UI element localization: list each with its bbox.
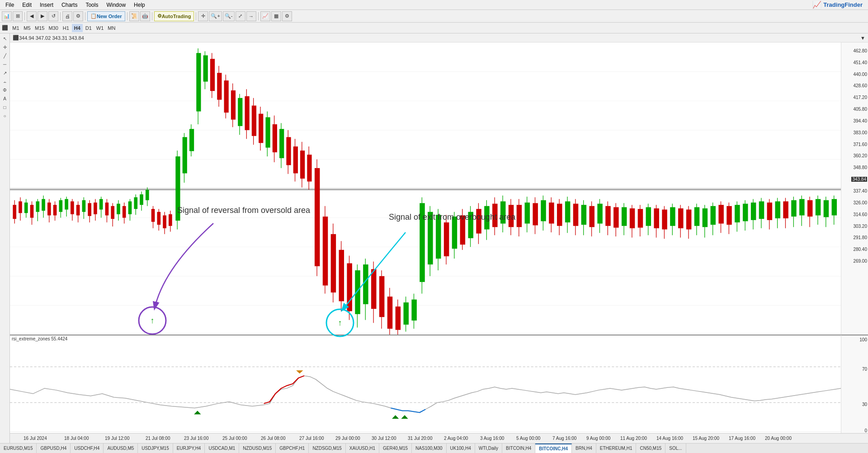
tab-nas100-m30[interactable]: NAS100,M30 <box>412 444 446 453</box>
symbol-tabs: EURUSD,M15 GBPUSD,H4 USDCHF,H4 AUDUSD,M5… <box>0 443 868 453</box>
tf-d1[interactable]: D1 <box>83 24 94 32</box>
svg-rect-187 <box>638 209 643 227</box>
tab-nzdusd-m15[interactable]: NZDUSD,M15 <box>239 444 276 453</box>
tab-ger40-m15[interactable]: GER40,M15 <box>379 444 412 453</box>
menu-charts[interactable]: Charts <box>58 1 81 9</box>
tab-gbpchf-h1[interactable]: GBPCHF,H1 <box>276 444 309 453</box>
text-tool[interactable]: A <box>1 94 9 103</box>
svg-rect-11 <box>13 205 16 219</box>
svg-rect-119 <box>363 264 368 304</box>
print-btn[interactable]: 🖨 <box>62 11 72 21</box>
rsi-level-0: 0 <box>864 428 867 433</box>
svg-rect-113 <box>339 250 344 302</box>
crosshair-btn[interactable]: ✛ <box>198 11 208 21</box>
new-chart-btn[interactable]: 📊 <box>2 11 12 21</box>
svg-rect-91 <box>259 114 263 143</box>
price-level-16: 291.80 <box>853 235 867 240</box>
tab-sol[interactable]: SOL... <box>665 444 686 453</box>
svg-rect-53 <box>134 197 137 209</box>
svg-rect-99 <box>286 137 291 165</box>
properties-btn[interactable]: ⚙ <box>73 11 83 21</box>
objects-btn[interactable]: ▦ <box>271 11 281 21</box>
menu-insert[interactable]: Insert <box>36 1 57 9</box>
zoom-out-btn[interactable]: 🔍- <box>223 11 235 21</box>
back-btn[interactable]: ◀ <box>27 11 37 21</box>
candle-group-7-stable <box>533 196 837 239</box>
template-btn[interactable]: ⊞ <box>13 11 23 21</box>
svg-rect-179 <box>605 206 610 226</box>
chart-dropdown[interactable]: ▼ <box>860 35 865 41</box>
tf-m30[interactable]: M30 <box>47 24 60 32</box>
fit-btn[interactable]: ⤢ <box>236 11 245 21</box>
autotrading-btn[interactable]: ⚙ AutoTrading <box>154 11 194 21</box>
tab-bitcoin-h4[interactable]: BITCOIN,H4 <box>502 444 535 453</box>
rectangle-tool[interactable]: □ <box>1 103 9 111</box>
zoom-in-btn[interactable]: 🔍+ <box>209 11 222 21</box>
crosshair-tool[interactable]: ✛ <box>1 43 9 51</box>
tf-h4[interactable]: H4 <box>72 24 83 32</box>
trendline-tool[interactable]: ↗ <box>1 69 9 77</box>
tab-wti-daily[interactable]: WTI,Daily <box>475 444 502 453</box>
svg-rect-171 <box>573 204 578 226</box>
tf-mn[interactable]: MN <box>106 24 117 32</box>
chart-header: ⬛ 344.94 347.02 343.31 343.84 ▼ <box>10 33 868 42</box>
tab-uk100-h4[interactable]: UK100,H4 <box>447 444 475 453</box>
tf-m1[interactable]: M1 <box>10 24 21 32</box>
svg-rect-127 <box>396 307 401 330</box>
refresh-btn[interactable]: ↺ <box>48 11 58 21</box>
scroll-right-btn[interactable]: → <box>246 11 256 21</box>
svg-rect-25 <box>53 205 57 215</box>
svg-rect-85 <box>238 98 242 126</box>
tf-m5[interactable]: M5 <box>22 24 33 32</box>
tab-xauusd-h1[interactable]: XAUUSD,H1 <box>346 444 379 453</box>
forward-btn[interactable]: ▶ <box>38 11 47 21</box>
tab-cn50-m15[interactable]: CN50,M15 <box>636 444 665 453</box>
svg-rect-195 <box>670 207 675 226</box>
channel-tool[interactable]: ⫠ <box>1 77 9 85</box>
fib-tool[interactable]: Φ <box>1 86 9 94</box>
price-level-12: 337.40 <box>853 189 867 193</box>
tab-audusd-m5[interactable]: AUDUSD,M5 <box>104 444 138 453</box>
new-order-btn[interactable]: 📋 New Order <box>87 11 125 21</box>
drawing-tools: ↖ ✛ ╱ ─ ↗ ⫠ Φ A □ ○ <box>0 33 10 443</box>
ellipse-tool[interactable]: ○ <box>1 112 9 120</box>
tab-usdjpy-m15[interactable]: USDJPY,M15 <box>138 444 173 453</box>
svg-rect-203 <box>703 208 708 227</box>
candle-group-4-decline <box>224 75 320 276</box>
menu-file[interactable]: File <box>2 1 18 9</box>
svg-rect-181 <box>613 207 618 227</box>
tab-eurjpy-h4[interactable]: EURJPY,H4 <box>173 444 205 453</box>
timeframe-bar: ⬛ M1 M5 M15 M30 H1 H4 D1 W1 MN <box>0 23 868 33</box>
hline-tool[interactable]: ─ <box>1 60 9 68</box>
tab-gbpusd-h4[interactable]: GBPUSD,H4 <box>37 444 71 453</box>
tab-eurusd-m15[interactable]: EURUSD,M15 <box>0 444 37 453</box>
svg-rect-227 <box>799 199 804 215</box>
settings-btn[interactable]: ⚙ <box>282 11 292 21</box>
tab-brn-h4[interactable]: BRN,H4 <box>572 444 596 453</box>
menu-tools[interactable]: Tools <box>82 1 102 9</box>
svg-rect-165 <box>549 203 554 224</box>
svg-rect-139 <box>444 222 449 256</box>
price-level-4: 428.60 <box>853 83 867 88</box>
tab-usdchf-h4[interactable]: USDCHF,H4 <box>71 444 104 453</box>
line-tool[interactable]: ╱ <box>1 52 9 60</box>
svg-rect-39 <box>94 203 97 214</box>
price-chart[interactable] <box>10 42 841 335</box>
rsi-panel[interactable]: rsi_extreme_zones 55.4424 <box>10 335 841 433</box>
indicators-btn[interactable]: 📈 <box>260 11 270 21</box>
menu-edit[interactable]: Edit <box>19 1 35 9</box>
tf-h1[interactable]: H1 <box>61 24 71 32</box>
cursor-tool[interactable]: ↖ <box>1 34 9 42</box>
history-btn[interactable]: 📜 <box>129 11 139 21</box>
tab-bitcoinc-h4[interactable]: BITCOINC,H4 <box>535 444 572 453</box>
tf-m15[interactable]: M15 <box>33 24 46 32</box>
tab-usdcad-m1[interactable]: USDCAD,M1 <box>205 444 239 453</box>
tab-nzdsgd-m15[interactable]: NZDSGD,M15 <box>309 444 345 453</box>
chart-area[interactable]: ⬛ 344.94 347.02 343.31 343.84 ▼ <box>10 33 868 443</box>
experts-btn[interactable]: 🤖 <box>140 11 150 21</box>
tab-ethereum-h1[interactable]: ETHEREUM,H1 <box>596 444 637 453</box>
menu-window[interactable]: Window <box>103 1 129 9</box>
tf-w1[interactable]: W1 <box>94 24 106 32</box>
svg-rect-55 <box>140 194 143 205</box>
menu-help[interactable]: Help <box>130 1 149 9</box>
